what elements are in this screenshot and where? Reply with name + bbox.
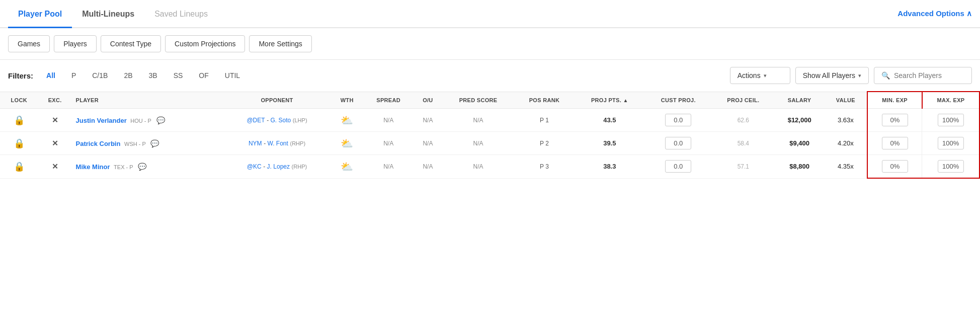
exc-cell[interactable]: ✕ [38, 132, 72, 155]
tab-saved-lineups[interactable]: Saved Lineups [144, 1, 218, 28]
opponent-pitcher[interactable]: W. Font [268, 140, 288, 147]
col-header-salary: SALARY [775, 92, 824, 109]
sub-tab-more-settings[interactable]: More Settings [249, 35, 311, 52]
player-cell: Mike Minor TEX - P 💬 [72, 155, 224, 179]
advanced-options-button[interactable]: Advanced Options ∧ [897, 0, 972, 27]
ou-cell: N/A [414, 109, 442, 132]
proj-ceil-cell: 57.1 [712, 155, 775, 179]
tab-multi-lineups[interactable]: Multi-Lineups [72, 1, 144, 28]
spread-cell: N/A [363, 109, 413, 132]
note-icon[interactable]: 💬 [156, 116, 165, 124]
exc-cell[interactable]: ✕ [38, 155, 72, 179]
opponent-separator: - [263, 163, 267, 170]
player-cell: Patrick Corbin WSH - P 💬 [72, 132, 224, 155]
cust-proj-cell[interactable] [645, 109, 712, 132]
weather-cell: ⛅ [331, 155, 364, 179]
min-exp-cell[interactable] [867, 132, 922, 155]
show-all-players-dropdown[interactable]: Show All Players ▾ [795, 67, 869, 84]
opponent-pitcher[interactable]: G. Soto [271, 117, 291, 124]
salary-cell: $9,400 [775, 132, 824, 155]
lock-cell[interactable]: 🔒 [0, 155, 38, 179]
col-header-min-exp: MIN. EXP [867, 92, 922, 109]
player-name-link[interactable]: Justin Verlander [76, 117, 127, 124]
col-header-pred-score: PRED SCORE [442, 92, 514, 109]
table-row: 🔒 ✕ Patrick Corbin WSH - P 💬 NYM - W. Fo… [0, 132, 979, 155]
cust-proj-input[interactable] [665, 160, 691, 173]
opponent-cell: @DET - G. Soto (LHP) [223, 109, 331, 132]
max-exp-cell[interactable] [922, 132, 979, 155]
show-all-players-label: Show All Players [803, 71, 855, 80]
col-header-ou: O/U [414, 92, 442, 109]
opponent-hand: (LHP) [293, 117, 307, 123]
cust-proj-cell[interactable] [645, 132, 712, 155]
col-header-player: PLAYER [72, 92, 224, 109]
sub-tab-bar: Games Players Contest Type Custom Projec… [0, 28, 980, 60]
proj-pts-cell: 38.3 [575, 155, 645, 179]
opponent-prefix[interactable]: NYM [249, 140, 262, 147]
player-team-label: WSH - P [124, 141, 146, 147]
spread-cell: N/A [363, 155, 413, 179]
exc-cell[interactable]: ✕ [38, 109, 72, 132]
opponent-pitcher[interactable]: J. Lopez [267, 163, 290, 170]
cust-proj-input[interactable] [665, 137, 691, 149]
table-row: 🔒 ✕ Mike Minor TEX - P 💬 @KC - J. Lopez … [0, 155, 979, 179]
max-exp-cell[interactable] [922, 155, 979, 179]
actions-dropdown[interactable]: Actions ▾ [730, 67, 790, 84]
pred-score-cell: N/A [442, 155, 514, 179]
player-name-link[interactable]: Mike Minor [76, 163, 110, 171]
sub-tab-games[interactable]: Games [8, 35, 50, 52]
opponent-prefix[interactable]: @KC [247, 163, 262, 170]
ou-cell: N/A [414, 132, 442, 155]
filter-c1b[interactable]: C/1B [87, 69, 113, 82]
opponent-prefix[interactable]: @DET [247, 117, 265, 124]
filter-all[interactable]: All [41, 69, 60, 82]
tab-player-pool[interactable]: Player Pool [8, 1, 72, 28]
opponent-hand: (RHP) [290, 140, 306, 146]
pos-rank-cell: P 1 [514, 109, 574, 132]
lock-cell[interactable]: 🔒 [0, 109, 38, 132]
min-exp-input[interactable] [882, 114, 908, 126]
actions-label: Actions [738, 71, 761, 80]
sub-tab-contest-type[interactable]: Contest Type [101, 35, 161, 52]
table-row: 🔒 ✕ Justin Verlander HOU - P 💬 @DET - G.… [0, 109, 979, 132]
filter-2b[interactable]: 2B [119, 69, 137, 82]
player-name-link[interactable]: Patrick Corbin [76, 140, 121, 147]
min-exp-input[interactable] [882, 160, 908, 173]
sort-up-icon: ▲ [623, 98, 628, 103]
search-box[interactable]: 🔍 [874, 67, 972, 84]
filter-3b[interactable]: 3B [144, 69, 162, 82]
col-header-pos-rank: POS RANK [514, 92, 574, 109]
filter-p[interactable]: P [66, 69, 81, 82]
note-icon[interactable]: 💬 [150, 139, 159, 147]
search-input[interactable] [894, 71, 964, 80]
sub-tab-custom-projections[interactable]: Custom Projections [165, 35, 245, 52]
player-team-label: TEX - P [114, 164, 133, 170]
filter-ss[interactable]: SS [169, 69, 188, 82]
cust-proj-cell[interactable] [645, 155, 712, 179]
col-header-opponent: OPPONENT [223, 92, 331, 109]
max-exp-input[interactable] [938, 114, 964, 126]
col-header-value: VALUE [824, 92, 867, 109]
min-exp-input[interactable] [882, 137, 908, 149]
lock-cell[interactable]: 🔒 [0, 132, 38, 155]
sub-tab-players[interactable]: Players [54, 35, 97, 52]
min-exp-cell[interactable] [867, 155, 922, 179]
col-header-spread: SPREAD [363, 92, 413, 109]
col-header-proj-pts[interactable]: PROJ PTS. ▲ [575, 92, 645, 109]
max-exp-cell[interactable] [922, 109, 979, 132]
col-header-max-exp: MAX. EXP [922, 92, 979, 109]
player-cell: Justin Verlander HOU - P 💬 [72, 109, 224, 132]
col-header-exc: EXC. [38, 92, 72, 109]
max-exp-input[interactable] [938, 137, 964, 149]
filters-right: Actions ▾ Show All Players ▾ 🔍 [730, 67, 972, 84]
filter-util[interactable]: UTIL [220, 69, 245, 82]
max-exp-input[interactable] [938, 160, 964, 173]
search-icon: 🔍 [881, 71, 890, 80]
cust-proj-input[interactable] [665, 114, 691, 126]
min-exp-cell[interactable] [867, 109, 922, 132]
note-icon[interactable]: 💬 [138, 163, 146, 171]
pos-rank-cell: P 2 [514, 132, 574, 155]
value-cell: 4.20x [824, 132, 867, 155]
filter-of[interactable]: OF [194, 69, 213, 82]
proj-ceil-cell: 62.6 [712, 109, 775, 132]
